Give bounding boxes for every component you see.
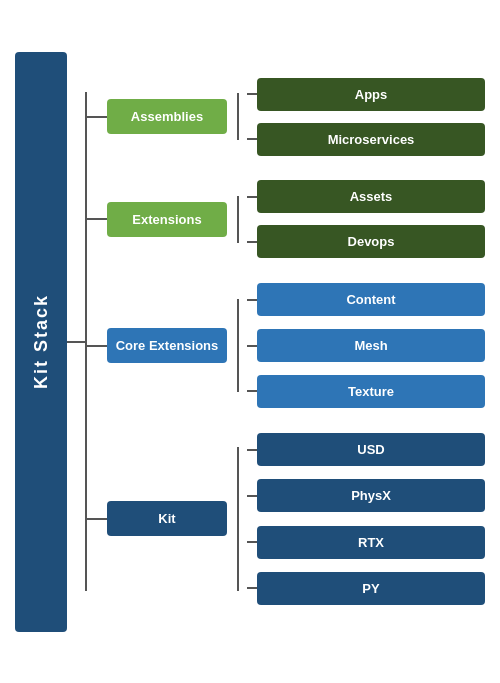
sub-h-line-microservices — [247, 138, 257, 140]
item-microservices: Microservices — [257, 123, 485, 156]
branch-core-extensions: Core Extensions Content — [87, 275, 485, 417]
sub-h-line-assets — [247, 196, 257, 198]
sub-spine-kit — [227, 424, 247, 613]
item-rtx: RTX — [257, 526, 485, 559]
sub-h-line-texture — [247, 390, 257, 392]
sub-items-kit: USD PhysX RTX — [247, 424, 485, 613]
sub-h-line-devops — [247, 241, 257, 243]
sub-item-apps: Apps — [247, 78, 485, 111]
sub-connector-core-extensions: Content Mesh Texture — [227, 275, 485, 417]
sub-items-assemblies: Apps Microservices — [247, 70, 485, 165]
sub-item-physx: PhysX — [247, 479, 485, 512]
diagram: Kit Stack Assemblies — [15, 17, 485, 667]
item-usd: USD — [257, 433, 485, 466]
main-tree: Assemblies Apps — [67, 52, 485, 632]
h-line-kit — [87, 518, 107, 520]
sub-spine-line-extensions — [237, 196, 239, 243]
h-line-extensions — [87, 218, 107, 220]
branch-extensions: Extensions Assets — [87, 172, 485, 267]
item-py: PY — [257, 572, 485, 605]
sub-item-devops: Devops — [247, 225, 485, 258]
sub-item-usd: USD — [247, 433, 485, 466]
sub-h-line-apps — [247, 93, 257, 95]
sub-items-extensions: Assets Devops — [247, 172, 485, 267]
item-apps: Apps — [257, 78, 485, 111]
sub-h-line-rtx — [247, 541, 257, 543]
h-line-assemblies — [87, 116, 107, 118]
sub-items-core-extensions: Content Mesh Texture — [247, 275, 485, 417]
sub-spine-line-kit — [237, 447, 239, 591]
sub-h-line-py — [247, 587, 257, 589]
item-mesh: Mesh — [257, 329, 485, 362]
sub-h-line-content — [247, 299, 257, 301]
item-physx: PhysX — [257, 479, 485, 512]
sub-connector-kit: USD PhysX RTX — [227, 424, 485, 613]
label-assemblies: Assemblies — [107, 99, 227, 134]
label-core-extensions: Core Extensions — [107, 328, 227, 363]
sub-connector-extensions: Assets Devops — [227, 172, 485, 267]
sub-h-line-usd — [247, 449, 257, 451]
main-h-connector — [67, 341, 85, 343]
h-line-core-extensions — [87, 345, 107, 347]
sub-item-mesh: Mesh — [247, 329, 485, 362]
branches-container: Assemblies Apps — [87, 52, 485, 632]
sub-spine-core-extensions — [227, 275, 247, 417]
kit-stack-bar: Kit Stack — [15, 52, 67, 632]
sub-h-line-mesh — [247, 345, 257, 347]
sub-connector-assemblies: Apps Microservices — [227, 70, 485, 165]
item-content: Content — [257, 283, 485, 316]
sub-item-microservices: Microservices — [247, 123, 485, 156]
item-texture: Texture — [257, 375, 485, 408]
label-kit: Kit — [107, 501, 227, 536]
sub-spine-assemblies — [227, 70, 247, 165]
sub-h-line-physx — [247, 495, 257, 497]
sub-item-content: Content — [247, 283, 485, 316]
sub-spine-extensions — [227, 172, 247, 267]
sub-item-rtx: RTX — [247, 526, 485, 559]
sub-spine-line-core-extensions — [237, 299, 239, 393]
item-devops: Devops — [257, 225, 485, 258]
sub-item-py: PY — [247, 572, 485, 605]
sub-item-assets: Assets — [247, 180, 485, 213]
sub-spine-line-assemblies — [237, 93, 239, 140]
item-assets: Assets — [257, 180, 485, 213]
kit-stack-label: Kit Stack — [31, 294, 52, 389]
branch-assemblies: Assemblies Apps — [87, 70, 485, 165]
branch-kit: Kit USD — [87, 424, 485, 613]
label-extensions: Extensions — [107, 202, 227, 237]
sub-item-texture: Texture — [247, 375, 485, 408]
